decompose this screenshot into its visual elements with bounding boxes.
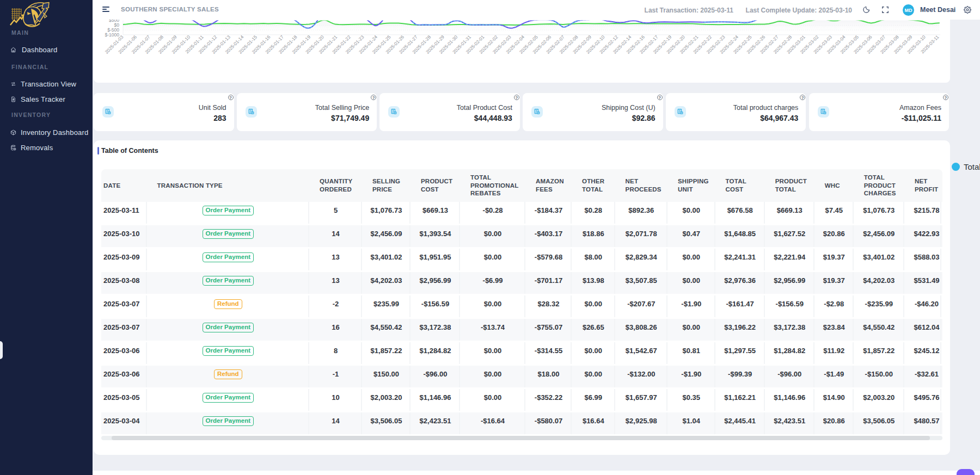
svg-text:$-1000: $-1000 bbox=[105, 32, 120, 38]
